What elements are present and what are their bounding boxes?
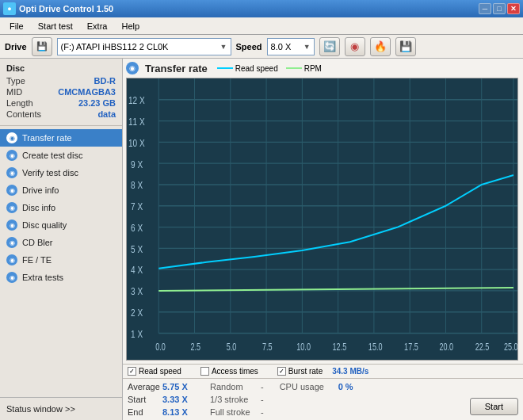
stroke-1-3-value: - (261, 395, 264, 404)
menu-help[interactable]: Help (115, 20, 146, 32)
menu-start-test[interactable]: Start test (32, 20, 79, 32)
eject-button[interactable]: ◉ (345, 37, 365, 56)
start-label: Start (128, 395, 159, 404)
app-title: Opti Drive Control 1.50 (19, 4, 113, 13)
burn-button[interactable]: 🔥 (370, 37, 391, 56)
legend-color-read-speed (217, 67, 233, 69)
main-layout: Disc Type BD-R MID CMCMAGBA3 Length 23.2… (0, 59, 523, 420)
chart-wrapper: 12 X 11 X 10 X 9 X 8 X 7 X 6 X 5 X 4 X 3… (126, 78, 518, 361)
chart-header: ◉ Transfer rate Read speed RPM (126, 62, 518, 74)
end-row: End 8.13 X (128, 407, 194, 417)
nav-icon-create-test-disc: ◉ (6, 150, 17, 161)
maximize-button[interactable]: □ (493, 3, 506, 14)
minimize-button[interactable]: ─ (479, 3, 491, 14)
nav-fe-te[interactable]: ◉ FE / TE (0, 251, 122, 269)
legend-label-rpm: RPM (304, 64, 322, 73)
data-col-3: CPU usage 0 % (280, 382, 454, 417)
end-label: End (128, 407, 159, 417)
refresh-button[interactable]: 🔄 (319, 37, 340, 56)
chart-container: ◉ Transfer rate Read speed RPM (123, 59, 523, 364)
nav-drive-info[interactable]: ◉ Drive info (0, 181, 122, 199)
menu-file[interactable]: File (3, 20, 30, 32)
checkbox-read-speed-box[interactable]: ✓ (128, 367, 136, 376)
menu-extra[interactable]: Extra (81, 20, 114, 32)
average-value: 5.75 X (162, 382, 194, 391)
svg-text:4 X: 4 X (131, 264, 143, 277)
data-col-1: Average 5.75 X Start 3.33 X End 8.13 X (128, 382, 194, 417)
end-value: 8.13 X (162, 407, 194, 417)
checkbox-access-times[interactable]: Access times (200, 367, 258, 376)
chart-legend: Read speed RPM (217, 64, 322, 73)
type-label: Type (6, 76, 25, 86)
drive-icon-btn[interactable]: 💾 (32, 37, 52, 56)
nav-disc-quality[interactable]: ◉ Disc quality (0, 216, 122, 234)
svg-text:12.5: 12.5 (333, 342, 347, 353)
mid-label: MID (6, 87, 22, 97)
average-row: Average 5.75 X (128, 382, 194, 391)
svg-text:2.5: 2.5 (190, 342, 200, 353)
start-value: 3.33 X (162, 395, 194, 404)
chart-title-icon: ◉ (126, 62, 139, 74)
nav-icon-drive-info: ◉ (6, 185, 17, 196)
svg-text:8 X: 8 X (131, 179, 143, 192)
stroke-1-3-label: 1/3 stroke (210, 395, 258, 404)
nav-extra-tests[interactable]: ◉ Extra tests (0, 269, 122, 286)
start-row: Start 3.33 X (128, 395, 194, 404)
cpu-row: CPU usage 0 % (280, 382, 454, 391)
nav-label-fe-te: FE / TE (22, 255, 52, 265)
checkbox-burst-rate[interactable]: ✓ Burst rate (277, 367, 323, 376)
status-window-button[interactable]: Status window >> (0, 401, 122, 417)
checkbox-burst-rate-box[interactable]: ✓ (277, 367, 286, 376)
length-label: Length (6, 98, 33, 108)
nav-items: ◉ Transfer rate ◉ Create test disc ◉ Ver… (0, 126, 122, 397)
svg-text:7 X: 7 X (131, 200, 143, 213)
burst-rate-value: 34.3 MB/s (332, 367, 368, 376)
disc-section: Disc Type BD-R MID CMCMAGBA3 Length 23.2… (0, 59, 122, 126)
nav-label-disc-quality: Disc quality (22, 220, 67, 230)
svg-text:5.0: 5.0 (227, 342, 237, 353)
drive-select[interactable]: (F:) ATAPI iHBS112 2 CL0K ▼ (57, 38, 231, 55)
content-area: ◉ Transfer rate Read speed RPM (123, 59, 523, 420)
svg-text:0.0: 0.0 (155, 342, 166, 353)
checkbox-read-speed[interactable]: ✓ Read speed (128, 367, 181, 376)
save-button[interactable]: 💾 (395, 37, 416, 56)
full-stroke-row: Full stroke - (210, 407, 264, 417)
start-button[interactable]: Start (470, 398, 518, 415)
svg-text:10 X: 10 X (128, 136, 145, 149)
svg-text:25.0 GB: 25.0 GB (504, 342, 517, 353)
nav-label-create-test-disc: Create test disc (22, 151, 82, 160)
mid-value: CMCMAGBA3 (58, 87, 116, 97)
chart-svg: 12 X 11 X 10 X 9 X 8 X 7 X 6 X 5 X 4 X 3… (127, 78, 517, 360)
nav-icon-fe-te: ◉ (6, 254, 17, 265)
random-value: - (261, 382, 264, 391)
title-bar: ● Opti Drive Control 1.50 ─ □ ✕ (0, 0, 523, 17)
svg-text:22.5: 22.5 (475, 342, 490, 353)
nav-cd-bler[interactable]: ◉ CD Bler (0, 234, 122, 251)
nav-disc-info[interactable]: ◉ Disc info (0, 199, 122, 216)
nav-label-cd-bler: CD Bler (22, 238, 53, 247)
contents-label: Contents (6, 109, 41, 119)
checkbox-access-times-box[interactable] (200, 367, 209, 376)
random-label: Random (210, 382, 258, 391)
svg-text:1 X: 1 X (131, 327, 143, 340)
nav-create-test-disc[interactable]: ◉ Create test disc (0, 147, 122, 164)
nav-label-verify-test-disc: Verify test disc (22, 168, 78, 178)
legend-color-rpm (286, 67, 302, 69)
svg-text:17.5: 17.5 (404, 342, 418, 353)
data-rows: Average 5.75 X Start 3.33 X End 8.13 X R… (123, 378, 523, 420)
status-window-label: Status window >> (6, 404, 75, 414)
svg-text:3 X: 3 X (131, 285, 143, 298)
close-button[interactable]: ✕ (507, 3, 520, 14)
svg-text:9 X: 9 X (131, 158, 143, 170)
nav-icon-verify-test-disc: ◉ (6, 167, 17, 178)
checkbox-read-speed-label: Read speed (139, 367, 181, 376)
svg-text:12 X: 12 X (128, 94, 145, 107)
average-label: Average (128, 382, 159, 391)
svg-text:11 X: 11 X (128, 116, 145, 128)
speed-select[interactable]: 8.0 X ▼ (267, 38, 315, 55)
svg-text:15.0: 15.0 (368, 342, 383, 353)
nav-transfer-rate[interactable]: ◉ Transfer rate (0, 129, 122, 147)
nav-label-extra-tests: Extra tests (22, 273, 63, 282)
nav-label-transfer-rate: Transfer rate (22, 133, 72, 143)
nav-verify-test-disc[interactable]: ◉ Verify test disc (0, 164, 122, 181)
